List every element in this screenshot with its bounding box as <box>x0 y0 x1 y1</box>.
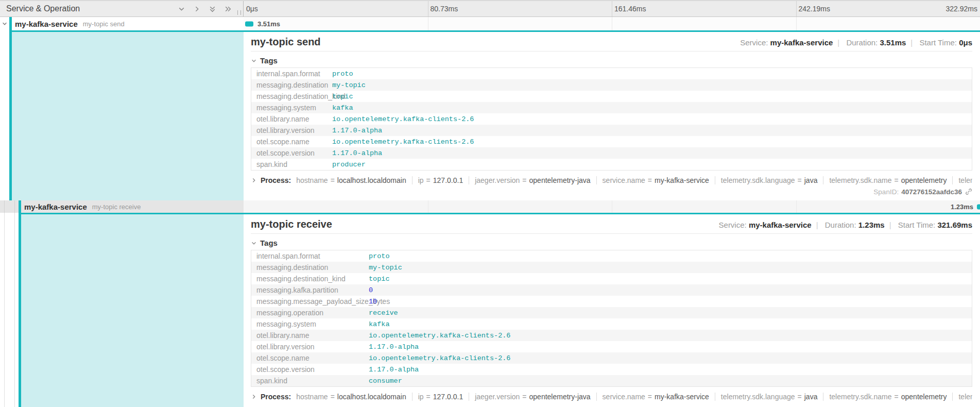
tag-row: messaging.destination my-topic <box>251 262 972 273</box>
span-name-cell[interactable]: my-kafka-service my-topic send <box>0 17 244 30</box>
indent-gutter <box>0 30 9 200</box>
gridline <box>796 17 797 30</box>
link-icon[interactable] <box>965 188 972 195</box>
start-time-value: 321.69ms <box>937 221 972 229</box>
tag-key: span.kind <box>256 377 369 385</box>
chevron-down-icon <box>251 58 257 64</box>
tags-accordion-header[interactable]: Tags <box>251 238 972 248</box>
double-chevron-down-icon[interactable] <box>209 5 216 13</box>
span-row-receive[interactable]: my-kafka-service my-topic receive 1.23ms <box>0 200 980 213</box>
tag-row: messaging.kafka.partition 0 <box>251 284 972 296</box>
tag-row: otel.scope.version 1.17.0-alpha <box>251 147 972 159</box>
tag-key: messaging.system <box>256 104 332 112</box>
process-kv: jaeger.version=opentelemetry-java <box>475 176 596 184</box>
tag-row: otel.library.version 1.17.0-alpha <box>251 125 972 136</box>
tag-key: otel.scope.version <box>256 365 369 374</box>
gridline <box>796 1 797 16</box>
tag-value: receive <box>369 309 398 317</box>
detail-title: my-topic send <box>251 36 321 48</box>
detail-highlight-fill <box>12 30 244 200</box>
tag-key: otel.library.name <box>256 115 332 123</box>
tag-row: otel.scope.name io.opentelemetry.kafka-c… <box>251 136 972 147</box>
tag-value: 1.17.0-alpha <box>332 149 382 157</box>
tag-key: otel.library.version <box>256 126 332 134</box>
tag-row: span.kind producer <box>251 159 972 170</box>
process-kv: telemetry.sdk.name=opentelemetry <box>829 393 953 401</box>
operation-name: my-topic receive <box>92 203 141 211</box>
span-detail-send: my-topic send Service: my-kafka-service|… <box>0 30 980 200</box>
start-time-label: Start Time: <box>919 38 957 47</box>
collapse-caret-icon[interactable] <box>0 21 9 27</box>
ruler-tick: 242.19ms <box>799 5 830 13</box>
chevron-down-icon[interactable] <box>178 5 185 13</box>
span-id-label: SpanID: <box>873 188 899 196</box>
ruler-tick: 0μs <box>246 5 258 13</box>
span-timeline-cell[interactable]: 1.23ms <box>244 200 980 213</box>
span-id-value: 407276152aafdc36 <box>901 188 962 196</box>
tag-row: internal.span.format proto <box>251 250 972 262</box>
tag-key: messaging.destination_kind <box>256 275 369 283</box>
tag-value: kafka <box>369 320 390 328</box>
tag-row: internal.span.format proto <box>251 68 972 79</box>
service-color-bar <box>9 17 12 30</box>
process-title: Process: <box>261 176 291 184</box>
tag-row: messaging.destination my-topic <box>251 79 972 91</box>
tag-value: producer <box>332 161 366 168</box>
tag-row: span.kind consumer <box>251 375 972 386</box>
tags-accordion-header[interactable]: Tags <box>251 56 972 65</box>
ruler-tick: 161.46ms <box>614 5 646 13</box>
indent-guide <box>0 200 5 213</box>
span-row-send[interactable]: my-kafka-service my-topic send 3.51ms <box>0 17 980 30</box>
process-kv: telemetry.sdk.version=1.17.0 <box>958 393 972 401</box>
tag-row: messaging.destination_kind topic <box>251 273 972 284</box>
tag-value: topic <box>369 275 390 283</box>
span-name-cell[interactable]: my-kafka-service my-topic receive <box>0 200 244 213</box>
tag-key: otel.library.version <box>256 343 369 351</box>
indent-guide <box>5 200 15 213</box>
double-chevron-right-icon[interactable] <box>224 5 232 13</box>
tag-key: messaging.message_payload_size_bytes <box>256 297 369 306</box>
indent-guide <box>5 213 15 407</box>
span-duration-bar[interactable] <box>245 21 253 26</box>
column-resizer-grip[interactable] <box>237 10 241 15</box>
process-accordion-header[interactable]: Process: hostname=localhost.localdomain … <box>251 175 972 185</box>
service-name: my-kafka-service <box>15 20 78 28</box>
tag-key: internal.span.format <box>256 70 332 78</box>
tag-key: messaging.destination <box>256 81 332 89</box>
duration-label: Duration: <box>825 221 856 229</box>
divider <box>251 51 972 52</box>
start-time-label: Start Time: <box>898 221 936 229</box>
tag-row: otel.scope.name io.opentelemetry.kafka-c… <box>251 352 972 364</box>
span-timeline-cell[interactable]: 3.51ms <box>244 17 980 30</box>
chevron-right-icon <box>251 177 257 183</box>
detail-meta: Service: my-kafka-service| Duration: 3.5… <box>740 38 972 47</box>
timeline-ruler: 0μs 80.73ms 161.46ms 242.19ms 322.92ms <box>244 1 980 16</box>
tag-row: otel.library.name io.opentelemetry.kafka… <box>251 113 972 125</box>
tag-value: 0 <box>369 286 373 294</box>
tag-value: topic <box>332 93 353 100</box>
process-summary: hostname=localhost.localdomain ip=127.0.… <box>296 393 972 401</box>
detail-left-rail <box>0 213 244 407</box>
tag-key: otel.scope.version <box>256 149 332 157</box>
tag-value: io.opentelemetry.kafka-clients-2.6 <box>369 332 510 340</box>
process-kv: telemetry.sdk.name=opentelemetry <box>829 176 953 184</box>
tag-value: io.opentelemetry.kafka-clients-2.6 <box>332 115 474 123</box>
tag-key: messaging.kafka.partition <box>256 286 369 294</box>
tag-value: 1.17.0-alpha <box>369 343 419 351</box>
timeline-header: Service & Operation 0μs 80.73ms 161.46ms… <box>0 1 980 17</box>
service-name: my-kafka-service <box>24 202 87 211</box>
indent-spacer <box>15 213 19 407</box>
tag-value: proto <box>369 252 390 260</box>
process-kv: hostname=localhost.localdomain <box>296 176 412 184</box>
process-accordion-header[interactable]: Process: hostname=localhost.localdomain … <box>251 391 972 402</box>
service-label: Service: <box>719 221 747 229</box>
divider <box>251 233 972 234</box>
span-duration-bar[interactable] <box>977 204 980 209</box>
tag-row: otel.library.name io.opentelemetry.kafka… <box>251 330 972 341</box>
tag-row: messaging.system kafka <box>251 102 972 113</box>
tag-value: my-topic <box>332 81 366 89</box>
tag-value: kafka <box>332 104 353 112</box>
process-kv: ip=127.0.0.1 <box>418 176 469 184</box>
process-kv: service.name=my-kafka-service <box>603 176 715 184</box>
chevron-right-icon[interactable] <box>193 5 201 13</box>
